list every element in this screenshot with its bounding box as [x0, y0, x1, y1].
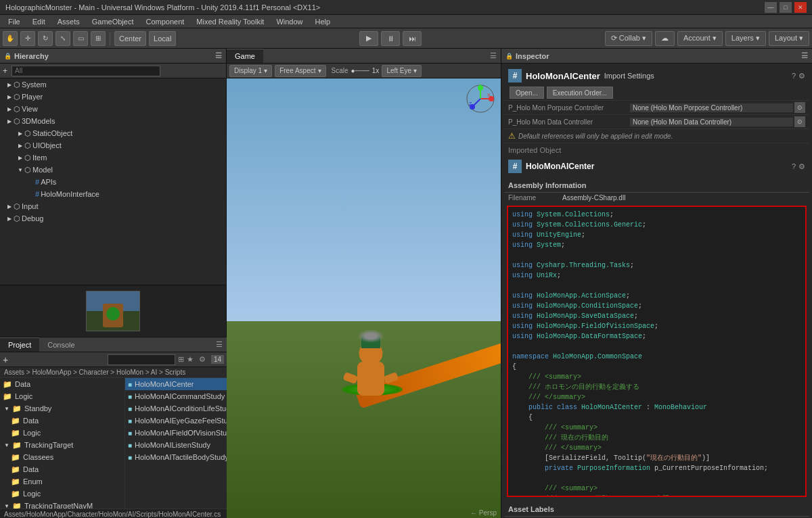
tab-console[interactable]: Console [39, 337, 83, 352]
folder-trackingtargetnavM[interactable]: ▼📁TrackingTargetNavM [0, 500, 125, 509]
aspect-dropdown[interactable]: Free Aspect▾ [275, 65, 325, 77]
execution-order-button[interactable]: Execution Order... [547, 87, 613, 99]
tree-item-system[interactable]: ▶ ⬡ System [0, 78, 226, 91]
file-holomonaicommand[interactable]: ■ HoloMonAICommandStudy [125, 390, 227, 402]
cloud-button[interactable]: ☁ [655, 31, 675, 46]
player-label: Player [22, 93, 43, 101]
project-menu-icon[interactable]: ☰ [212, 340, 227, 349]
maximize-btn[interactable]: □ [780, 2, 792, 13]
folder-standby-data[interactable]: 📁Data [0, 415, 125, 427]
menu-component[interactable]: Component [140, 16, 189, 27]
layout-button[interactable]: Layout ▾ [769, 31, 809, 46]
tree-item-uiobject[interactable]: ▶ ⬡ UIObject [0, 139, 226, 151]
folder-enum[interactable]: 📁Enum [0, 475, 125, 488]
code-line-7: using UniRx; [512, 270, 801, 281]
hierarchy-search[interactable] [12, 66, 160, 76]
folder-standby-logic[interactable]: 📁Logic [0, 427, 125, 439]
rect-tool[interactable]: ▭ [73, 31, 88, 46]
code-line-6: using Cysharp.Threading.Tasks; [512, 260, 801, 270]
account-label: Account ▾ [683, 34, 717, 43]
tree-item-staticobject[interactable]: ▶ ⬡ StaticObject [0, 127, 226, 139]
porpuse-selector-icon[interactable]: ⊙ [794, 102, 805, 113]
tab-project[interactable]: Project [0, 337, 39, 352]
view-arrow: ▶ [5, 106, 14, 112]
staticobject-arrow: ▶ [16, 131, 24, 137]
tree-item-apis[interactable]: # APIs [0, 176, 226, 188]
tree-item-model[interactable]: ▼ ⬡ Model [0, 164, 226, 176]
inspector-panel: 🔒 Inspector ☰ # HoloMonAICenter Import S… [501, 49, 812, 518]
tree-item-item[interactable]: ▶ ⬡ Item [0, 151, 226, 164]
tree-item-debug[interactable]: ▶ ⬡ Debug [0, 212, 226, 225]
menu-mixed-reality[interactable]: Mixed Reality Toolkit [191, 16, 269, 27]
scale-slider[interactable]: ●─── [351, 67, 369, 74]
account-button[interactable]: Account ▾ [677, 31, 723, 46]
tab-game[interactable]: Game [227, 49, 263, 63]
step-button[interactable]: ⏭ [403, 31, 422, 46]
code-line-5 [512, 250, 801, 260]
imported-settings-icon[interactable]: ⚙ [798, 162, 805, 171]
settings-icon[interactable]: ⚙ [798, 72, 805, 80]
project-star-btn[interactable]: ★ [187, 355, 194, 364]
move-tool[interactable]: ✛ [20, 31, 35, 46]
code-line-28: /// <summary> [512, 484, 801, 494]
tree-item-player[interactable]: ▶ ⬡ Player [0, 91, 226, 103]
code-line-15: namespace HoloMonApp.CommonSpace [512, 352, 801, 362]
project-filter-btn[interactable]: ⊞ [178, 355, 184, 364]
close-btn[interactable]: ✕ [794, 2, 807, 13]
file-holomonailistein[interactable]: ■ HoloMonAIListenStudy [125, 439, 227, 451]
tree-item-view[interactable]: ▶ ⬡ View [0, 103, 226, 115]
file-center-label: HoloMonAICenter [135, 380, 194, 388]
hand-tool[interactable]: ✋ [3, 31, 18, 46]
rotate-tool[interactable]: ↻ [38, 31, 53, 46]
folder-tree: 📁Data 📁Logic ▼📁Standby 📁Data 📁Logic ▼📁Tr… [0, 378, 125, 509]
inspector-menu-icon[interactable]: ☰ [801, 51, 808, 60]
folder-tt-logic[interactable]: 📁Logic [0, 488, 125, 500]
file-holomonaifieldofvision[interactable]: ■ HoloMonAIFieldOfVisionStudy [125, 427, 227, 439]
folder-tt-data[interactable]: 📁Data [0, 463, 125, 475]
code-line-27 [512, 473, 801, 484]
item-icon: ⬡ [24, 154, 31, 162]
layers-button[interactable]: Layers ▾ [725, 31, 766, 46]
menu-assets[interactable]: Assets [52, 16, 85, 27]
collab-button[interactable]: ⟳ Collab ▾ [605, 31, 652, 46]
porpuse-label: P_Holo Mon Porpuse Controller [508, 104, 630, 112]
item-arrow: ▶ [16, 155, 24, 161]
minimize-btn[interactable]: — [765, 2, 777, 13]
tree-item-input[interactable]: ▶ ⬡ Input [0, 200, 226, 212]
menu-help[interactable]: Help [310, 16, 336, 27]
folder-classes[interactable]: 📁Classees [0, 451, 125, 463]
tree-item-holomoninterface[interactable]: # HoloMonInterface [0, 188, 226, 200]
file-holomonaieyegaze[interactable]: ■ HoloMonAIEyeGazeFeelStudy [125, 415, 227, 427]
add-project-btn[interactable]: + [3, 354, 8, 365]
menu-file[interactable]: File [3, 16, 26, 27]
pause-button[interactable]: ⏸ [381, 31, 400, 46]
open-button[interactable]: Open... [510, 87, 544, 99]
menu-edit[interactable]: Edit [27, 16, 51, 27]
scale-tool[interactable]: ⤡ [55, 31, 70, 46]
menu-window[interactable]: Window [271, 16, 308, 27]
file-holomonaitactile[interactable]: ■ HoloMonAITactileBodyStudy [125, 451, 227, 463]
display-dropdown[interactable]: Display 1▾ [229, 65, 272, 77]
folder-standby[interactable]: ▼📁Standby [0, 402, 125, 415]
project-settings-btn[interactable]: ⚙ [199, 355, 206, 364]
monster-figure [347, 335, 394, 396]
hierarchy-menu-icon[interactable]: ☰ [215, 51, 222, 60]
file-vision-label: HoloMonAIFieldOfVisionStudy [135, 429, 227, 437]
local-toggle[interactable]: Local [149, 31, 176, 46]
tree-item-3dmodels[interactable]: ▶ ⬡ 3DModels [0, 115, 226, 127]
project-search[interactable] [108, 354, 175, 365]
eye-dropdown[interactable]: Left Eye▾ [382, 65, 422, 77]
file-holomonaicondition[interactable]: ■ HoloMonAIConditionLifeStudy [125, 402, 227, 415]
folder-trackingtarget[interactable]: ▼📁TrackingTarget [0, 439, 125, 451]
hierarchy-header: 🔒 Hierarchy ☰ [0, 49, 226, 64]
add-icon[interactable]: + [3, 66, 7, 76]
data-selector-icon[interactable]: ⊙ [794, 116, 805, 127]
play-button[interactable]: ▶ [359, 31, 378, 46]
file-holomonaicenter[interactable]: ■ HoloMonAICenter [125, 378, 227, 390]
scene-menu-icon[interactable]: ☰ [486, 51, 501, 60]
folder-data[interactable]: 📁Data [0, 378, 125, 390]
folder-logic[interactable]: 📁Logic [0, 390, 125, 402]
transform-tool[interactable]: ⊞ [91, 31, 106, 46]
menu-gameobject[interactable]: GameObject [87, 16, 139, 27]
center-toggle[interactable]: Center [114, 31, 146, 46]
